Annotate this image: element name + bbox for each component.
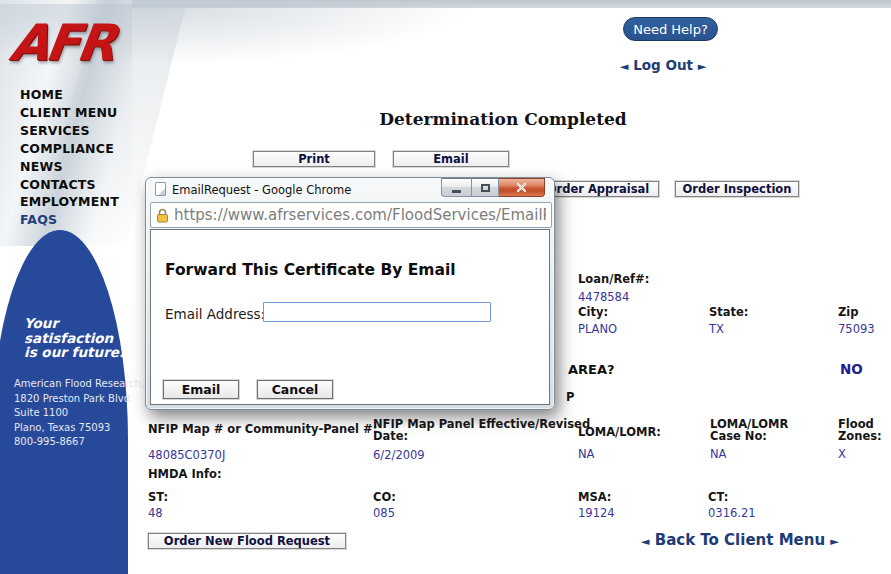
email-button[interactable]: Email <box>393 151 509 167</box>
maximize-button[interactable] <box>471 178 499 197</box>
popup-window-title: EmailRequest - Google Chrome <box>172 183 351 197</box>
tagline-line: Your <box>24 316 124 331</box>
nfip-map-value: 48085C0370J <box>148 448 225 462</box>
panel-date-label: NFIP Map Panel Effective/Revised Date: <box>373 419 590 443</box>
sidebar-item-employment[interactable]: EMPLOYMENT <box>20 193 119 211</box>
tagline: Your satisfaction is our future. <box>24 316 124 360</box>
loan-ref-label: Loan/Ref#: <box>578 274 649 286</box>
order-appraisal-button[interactable]: Order Appraisal <box>537 181 659 197</box>
sidebar-item-compliance[interactable]: COMPLIANCE <box>20 140 119 158</box>
loma-lomr-value: NA <box>578 447 594 461</box>
right-arrow-icon: ► <box>830 535 838 548</box>
email-address-label: Email Address: <box>165 306 265 322</box>
state-value: TX <box>709 322 724 336</box>
sidebar-item-news[interactable]: NEWS <box>20 158 119 176</box>
loma-lomr-label: LOMA/LOMR: <box>578 427 661 439</box>
tagline-line: is our future. <box>24 345 124 360</box>
minimize-icon <box>452 190 461 193</box>
msa-label: MSA: <box>578 492 611 504</box>
need-help-button[interactable]: Need Help? <box>623 17 718 41</box>
flood-hazard-area-question-fragment: AREA? <box>568 362 615 377</box>
loma-case-label-line: Case No: <box>710 431 788 443</box>
msa-value: 19124 <box>578 506 615 520</box>
back-to-client-menu-label: Back To Client Menu <box>655 531 825 549</box>
sidebar-item-faqs[interactable]: FAQS <box>20 211 119 229</box>
loma-case-value: NA <box>710 447 726 461</box>
maximize-icon <box>481 184 490 192</box>
address-line: 1820 Preston Park Blvd. <box>14 392 165 407</box>
page: AFR HOME CLIENT MENU SERVICES COMPLIANCE… <box>0 0 891 574</box>
flood-hazard-answer: NO <box>840 361 863 377</box>
city-value: PLANO <box>578 322 617 336</box>
log-out-label: Log Out <box>633 57 693 73</box>
st-value: 48 <box>148 506 163 520</box>
right-arrow-icon: ► <box>698 60 706 73</box>
email-address-input[interactable] <box>263 302 491 322</box>
co-label: CO: <box>373 492 396 504</box>
nfip-map-label: NFIP Map # or Community-Panel #: <box>148 424 377 436</box>
panel-date-label-line: Date: <box>373 431 590 443</box>
sidebar-item-services[interactable]: SERVICES <box>20 122 119 140</box>
log-out-link[interactable]: ◄ Log Out ► <box>620 57 706 73</box>
flood-zones-label: Flood Zones: <box>838 419 882 443</box>
dialog-cancel-button[interactable]: Cancel <box>257 380 333 399</box>
loma-case-label: LOMA/LOMR Case No: <box>710 419 788 443</box>
dialog-email-button[interactable]: Email <box>163 380 239 399</box>
print-button[interactable]: Print <box>253 151 375 167</box>
zip-label: Zip <box>838 307 859 319</box>
zip-value: 75093 <box>838 322 875 336</box>
popup-url: https://www.afrservices.com/FloodService… <box>174 206 546 224</box>
hmda-info-label: HMDA Info: <box>148 469 222 481</box>
forward-certificate-heading: Forward This Certificate By Email <box>165 261 456 279</box>
address-line: Suite 1100 <box>14 406 165 421</box>
co-value: 085 <box>373 506 395 520</box>
back-to-client-menu-link[interactable]: ◄ Back To Client Menu ► <box>641 531 839 549</box>
address-line: Plano, Texas 75093 <box>14 421 165 436</box>
address-line: 800-995-8667 <box>14 435 165 450</box>
address-line: American Flood Research, Inc. <box>14 377 165 392</box>
flood-zones-value: X <box>838 447 846 461</box>
close-icon <box>516 182 527 193</box>
ct-value: 0316.21 <box>708 506 756 520</box>
popup-titlebar[interactable]: EmailRequest - Google Chrome <box>146 178 554 200</box>
hidden-heading-fragment: P <box>566 390 574 404</box>
state-label: State: <box>709 307 748 319</box>
afr-logo[interactable]: AFR <box>6 14 145 78</box>
order-new-flood-request-button[interactable]: Order New Flood Request <box>148 533 346 549</box>
left-arrow-icon: ◄ <box>620 60 628 73</box>
ct-label: CT: <box>708 492 728 504</box>
popup-content: Forward This Certificate By Email Email … <box>150 229 550 405</box>
sidebar-item-home[interactable]: HOME <box>20 86 119 104</box>
close-button[interactable] <box>499 178 545 197</box>
address-bar[interactable]: https://www.afrservices.com/FloodService… <box>150 202 552 228</box>
page-document-icon <box>155 182 166 196</box>
ssl-warning-lock-icon[interactable] <box>156 208 169 223</box>
sidebar-item-client-menu[interactable]: CLIENT MENU <box>20 104 119 122</box>
page-title: Determination Completed <box>253 109 753 129</box>
panel-date-value: 6/2/2009 <box>373 448 425 462</box>
sidebar-menu: HOME CLIENT MENU SERVICES COMPLIANCE NEW… <box>20 86 119 229</box>
minimize-button[interactable] <box>441 178 471 197</box>
company-address: American Flood Research, Inc. 1820 Prest… <box>14 377 165 450</box>
window-controls <box>441 178 545 197</box>
loan-ref-value: 4478584 <box>578 290 629 304</box>
flood-zones-label-line: Zones: <box>838 431 882 443</box>
city-label: City: <box>578 307 608 319</box>
left-arrow-icon: ◄ <box>641 535 649 548</box>
sidebar-item-contacts[interactable]: CONTACTS <box>20 176 119 194</box>
st-label: ST: <box>148 492 168 504</box>
tagline-line: satisfaction <box>24 331 124 346</box>
order-inspection-button[interactable]: Order Inspection <box>675 181 799 197</box>
email-request-popup-window: EmailRequest - Google Chrome <box>145 177 555 410</box>
